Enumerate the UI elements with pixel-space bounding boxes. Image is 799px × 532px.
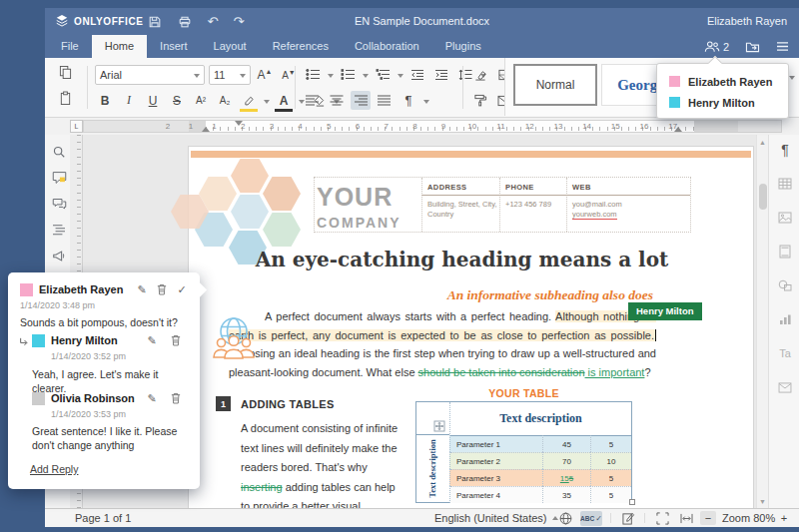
tab-stop-selector[interactable]: L xyxy=(70,120,83,133)
copy-button[interactable] xyxy=(59,65,72,80)
highlight-color-button[interactable] xyxy=(239,91,259,110)
table-row: Parameter 1455 xyxy=(449,435,631,452)
delete-comment-button[interactable] xyxy=(154,282,170,296)
multilevel-list-button[interactable] xyxy=(373,65,393,84)
mail-merge-settings-button[interactable] xyxy=(776,378,794,396)
chat-button[interactable] xyxy=(50,195,68,213)
underline-button[interactable]: U xyxy=(143,91,163,110)
track-changes-button[interactable] xyxy=(618,509,638,527)
bullet-list-button[interactable] xyxy=(303,65,323,84)
tracked-cell-value: 155 xyxy=(542,469,590,486)
header-footer-settings-button[interactable] xyxy=(776,243,794,261)
set-language-button[interactable] xyxy=(556,509,574,527)
paste-button[interactable] xyxy=(59,91,72,106)
users-button[interactable]: 2 xyxy=(704,40,729,53)
table-move-handle[interactable] xyxy=(433,420,445,432)
contact-header-web: WEB xyxy=(572,183,591,192)
numbered-list-button[interactable] xyxy=(338,65,358,84)
tab-insert[interactable]: Insert xyxy=(147,35,201,58)
tab-references[interactable]: References xyxy=(260,35,342,58)
chevron-down-icon[interactable] xyxy=(328,74,334,81)
text-art-settings-button[interactable]: Ta xyxy=(776,344,794,362)
highlighter-icon xyxy=(243,95,256,106)
nonprinting-characters-button[interactable]: ¶ xyxy=(399,91,418,110)
feedback-button[interactable] xyxy=(50,247,68,265)
vertical-scrollbar[interactable]: ▲ ▼ xyxy=(756,135,768,508)
bold-button[interactable]: B xyxy=(95,91,115,110)
left-indent-marker[interactable] xyxy=(202,123,210,132)
fit-page-button[interactable] xyxy=(652,509,672,527)
superscript-button[interactable]: A² xyxy=(191,91,211,110)
current-user-name: Elizabeth Rayen xyxy=(707,15,787,27)
scrollbar-thumb[interactable] xyxy=(759,184,767,210)
zoom-level-label: Zoom 80% xyxy=(722,509,775,527)
page-count-label: Page 1 of 1 xyxy=(75,509,131,527)
increase-font-size-button[interactable]: A▲ xyxy=(255,66,275,85)
scroll-up-button[interactable]: ▲ xyxy=(757,136,768,148)
styles-expand-button[interactable] xyxy=(788,80,795,98)
horizontal-ruler[interactable]: 21 1234567891011121314151617 xyxy=(83,120,782,133)
edit-reply-button[interactable]: ✎ xyxy=(144,391,160,405)
decrease-indent-button[interactable] xyxy=(407,65,427,84)
menu-button[interactable] xyxy=(776,41,789,52)
image-settings-button[interactable] xyxy=(776,209,794,227)
zoom-out-button[interactable]: − xyxy=(700,511,716,525)
delete-reply-button[interactable] xyxy=(168,333,184,347)
comments-button[interactable] xyxy=(50,169,68,187)
align-center-button[interactable] xyxy=(327,91,347,110)
zoom-in-button[interactable]: + xyxy=(776,509,792,527)
chevron-down-icon[interactable] xyxy=(398,74,403,81)
chevron-down-icon[interactable] xyxy=(423,100,429,107)
edit-reply-button[interactable]: ✎ xyxy=(144,333,160,347)
table-settings-button[interactable] xyxy=(776,175,794,193)
right-indent-marker[interactable] xyxy=(674,123,682,132)
font-name-select[interactable]: Arial xyxy=(95,65,205,85)
font-size-select[interactable]: 11 xyxy=(209,65,251,85)
tab-plugins[interactable]: Plugins xyxy=(432,35,494,58)
language-selector[interactable]: English (United States) xyxy=(434,509,558,527)
copy-style-button[interactable] xyxy=(470,91,490,110)
justify-button[interactable] xyxy=(375,91,395,110)
resolve-comment-button[interactable]: ✓ xyxy=(174,282,190,296)
font-color-button[interactable]: A xyxy=(274,91,294,110)
fit-width-button[interactable] xyxy=(676,509,696,527)
chevron-down-icon[interactable] xyxy=(264,100,270,107)
comment-date: 1/14/2020 3:48 pm xyxy=(20,300,95,310)
increase-indent-button[interactable] xyxy=(431,65,451,84)
paragraph-settings-button[interactable]: ¶ xyxy=(776,141,794,159)
table-resize-handle[interactable] xyxy=(629,499,635,505)
document-title: EN Sample Document.docx xyxy=(45,15,799,27)
decrease-font-size-button[interactable]: A▼ xyxy=(279,66,299,85)
first-line-indent-marker[interactable] xyxy=(235,121,243,130)
data-table[interactable]: Text description Text description Parame… xyxy=(415,401,632,503)
search-button[interactable] xyxy=(50,143,68,161)
shape-settings-button[interactable] xyxy=(776,276,794,294)
subscript-button[interactable]: A₂ xyxy=(215,91,235,110)
navigation-button[interactable] xyxy=(50,221,68,239)
tab-file[interactable]: File xyxy=(48,35,92,58)
tab-layout[interactable]: Layout xyxy=(201,35,260,58)
globe-icon xyxy=(559,512,572,525)
delete-reply-button[interactable] xyxy=(168,391,184,405)
spellcheck-button[interactable]: ABC✓ xyxy=(580,511,602,526)
document-page[interactable]: YOUR COMPANY ADDRESS PHONE WEB Building,… xyxy=(188,146,754,508)
document-subheading: An informative subheading also does xyxy=(229,287,653,303)
align-left-button[interactable] xyxy=(303,91,323,110)
style-normal[interactable]: Normal xyxy=(513,64,597,106)
users-count-badge: 2 xyxy=(723,41,729,53)
table-row: Parameter 3 155 5 xyxy=(449,469,631,486)
chevron-down-icon[interactable] xyxy=(363,74,369,81)
italic-button[interactable]: I xyxy=(119,91,139,110)
clear-formatting-button[interactable] xyxy=(470,65,490,84)
edit-comment-button[interactable]: ✎ xyxy=(134,282,150,296)
reply-author: Olivia Robinson xyxy=(51,392,135,404)
add-reply-link[interactable]: Add Reply xyxy=(30,463,78,475)
chart-settings-button[interactable] xyxy=(776,310,794,328)
tab-collaboration[interactable]: Collaboration xyxy=(342,35,432,58)
scroll-down-button[interactable]: ▼ xyxy=(757,495,768,507)
open-file-location-button[interactable] xyxy=(745,40,760,53)
align-right-button[interactable] xyxy=(351,91,371,110)
toolbar-separator xyxy=(87,66,88,109)
strikethrough-button[interactable]: S xyxy=(167,91,187,110)
tab-home[interactable]: Home xyxy=(92,35,147,58)
